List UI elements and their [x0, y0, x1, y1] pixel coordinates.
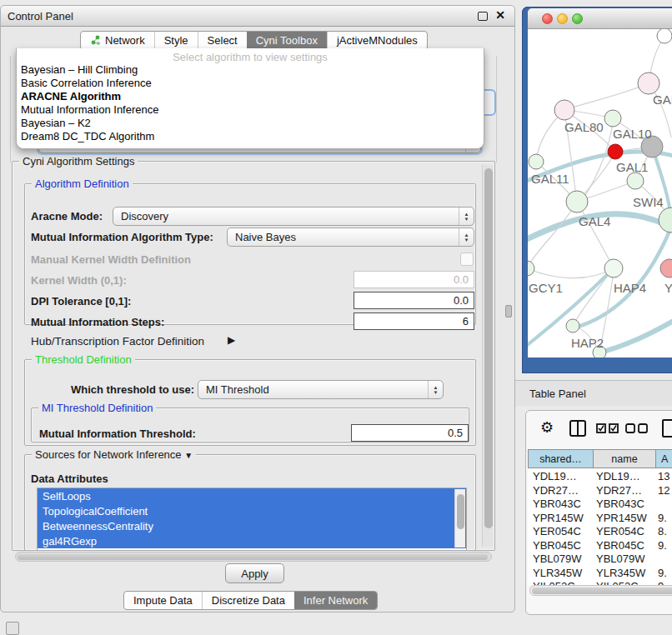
- dropdown-item-bayesian-hill-climbing[interactable]: Bayesian – Hill Climbing: [21, 63, 138, 76]
- deselect-all-icon[interactable]: [625, 423, 649, 434]
- screen: Control Panel ✕ Network Style Select Cyn…: [0, 0, 672, 635]
- gear-icon[interactable]: ⚙: [540, 418, 554, 436]
- dropdown-item-mutual-information[interactable]: Mutual Information Inference: [21, 103, 158, 116]
- network-canvas[interactable]: GAL GAL80 GAL10 GAL1 GAL11 SWI4 GAL4 GCY…: [528, 29, 672, 358]
- node-large-green-cut[interactable]: [659, 208, 672, 232]
- kernel-width-field[interactable]: 0.0: [354, 271, 474, 288]
- kernel-width-label: Kernel Width (0,1):: [31, 274, 127, 287]
- threshold-definition-title: Threshold Definition: [32, 353, 135, 366]
- apply-button[interactable]: Apply: [225, 563, 284, 583]
- table-horizontal-scrollbar[interactable]: [529, 585, 672, 596]
- table-row[interactable]: YBL079WYBL079W: [528, 552, 672, 567]
- settings-hscroll-thumb[interactable]: [18, 554, 488, 561]
- node-gal80[interactable]: [554, 100, 574, 120]
- label-gal4: GAL4: [579, 214, 610, 228]
- mi-steps-label: Mutual Information Steps:: [31, 316, 164, 328]
- mi-type-combo[interactable]: Naive Bayes ▲▼: [227, 228, 474, 247]
- cyni-bottom-tabbar: Impute Data Discretize Data Infer Networ…: [123, 591, 378, 610]
- which-threshold-combo[interactable]: MI Threshold ▲▼: [198, 380, 444, 399]
- tab-jactivemnodules-label: jActiveMNodules: [337, 34, 418, 47]
- node-gcy1[interactable]: [528, 261, 534, 276]
- list-item-topologicalcoefficient[interactable]: TopologicalCoefficient: [38, 503, 466, 518]
- dropdown-item-dream8[interactable]: Dream8 DC_TDC Algorithm: [21, 130, 154, 142]
- dropdown-item-basic-correlation[interactable]: Basic Correlation Inference: [21, 77, 152, 89]
- close-window-icon[interactable]: ✕: [495, 8, 505, 22]
- node-hap2[interactable]: [566, 319, 579, 332]
- mi-threshold-definition-title: MI Threshold Definition: [38, 402, 156, 414]
- dropdown-item-aracne[interactable]: ARACNE Algorithm: [21, 90, 121, 102]
- node-gal10[interactable]: [604, 110, 621, 127]
- column-header-name[interactable]: name: [593, 449, 656, 468]
- tab-network[interactable]: Network: [81, 32, 154, 49]
- dpi-tolerance-field[interactable]: 0.0: [354, 292, 474, 309]
- attributes-list-scrollbar[interactable]: [454, 489, 465, 548]
- dropdown-item-bayesian-k2[interactable]: Bayesian – K2: [21, 117, 91, 129]
- table-body: YDL19…YDL19…13 YDR27…YDR27…12 YBR043CYBR…: [528, 468, 672, 585]
- columns-icon[interactable]: [569, 420, 586, 437]
- sources-group-title[interactable]: Sources for Network Inference ▼: [32, 448, 196, 461]
- control-panel-window: Control Panel ✕ Network Style Select Cyn…: [0, 5, 515, 612]
- network-window-titlebar[interactable]: [528, 8, 672, 29]
- data-attributes-label: Data Attributes: [31, 472, 108, 485]
- manual-kernel-checkbox[interactable]: [460, 252, 474, 266]
- table-row[interactable]: YDR27…YDR27…12: [528, 484, 672, 498]
- network-view-window: GAL GAL80 GAL10 GAL1 GAL11 SWI4 GAL4 GCY…: [522, 7, 672, 373]
- table-mode-icon[interactable]: [662, 419, 672, 438]
- mac-close-button[interactable]: [542, 13, 553, 24]
- mac-minimize-button[interactable]: [557, 13, 568, 24]
- tab-cyni-toolbox[interactable]: Cyni Toolbox: [247, 32, 327, 49]
- mi-type-label: Mutual Information Algorithm Type:: [31, 231, 213, 243]
- float-window-icon[interactable]: [478, 12, 488, 21]
- aracne-mode-combo[interactable]: Discovery ▲▼: [113, 207, 474, 226]
- table-row[interactable]: YBR043CYBR043C: [528, 498, 672, 512]
- node-swi4[interactable]: [627, 172, 644, 189]
- table-row[interactable]: YLR345WYLR345W9.: [528, 567, 672, 581]
- column-header-shared-name[interactable]: shared…: [528, 449, 594, 468]
- table-row[interactable]: YBR045CYBR045C9.: [528, 539, 672, 553]
- control-panel-titlebar[interactable]: Control Panel ✕: [1, 6, 514, 27]
- settings-scroll-thumb[interactable]: [484, 168, 493, 528]
- node-salmon-y[interactable]: [660, 259, 672, 278]
- tab-select[interactable]: Select: [198, 32, 247, 49]
- hub-definition-expander-label[interactable]: Hub/Transcription Factor Definition: [31, 335, 204, 348]
- column-header-cut[interactable]: A: [655, 449, 672, 468]
- node-unlabeled[interactable]: [657, 29, 672, 43]
- mi-threshold-field[interactable]: 0.5: [351, 424, 469, 442]
- label-gcy1: GCY1: [529, 281, 563, 295]
- select-all-checks-icon[interactable]: [596, 423, 619, 434]
- tab-infer-network[interactable]: Infer Network: [294, 592, 377, 609]
- manual-kernel-label: Manual Kernel Width Definition: [31, 253, 191, 266]
- list-item-selfloops[interactable]: SelfLoops: [38, 488, 466, 503]
- expander-down-arrow-icon[interactable]: ▼: [184, 451, 193, 460]
- expander-right-arrow-icon[interactable]: ▶: [228, 334, 235, 346]
- list-item-betweennesscentrality[interactable]: BetweennessCentrality: [38, 518, 466, 533]
- label-hap4: HAP4: [614, 281, 646, 295]
- mi-steps-field[interactable]: 6: [354, 312, 474, 330]
- node-gal1-red[interactable]: [608, 144, 623, 159]
- table-row[interactable]: YER054CYER054C8.: [528, 525, 672, 539]
- mac-zoom-button[interactable]: [572, 13, 583, 24]
- mi-type-value: Naive Bayes: [235, 231, 296, 243]
- panel-splitter-grip[interactable]: [505, 305, 512, 318]
- collapsed-panel-icon[interactable]: [6, 622, 19, 635]
- node-gal-cut[interactable]: [638, 72, 659, 94]
- tab-style[interactable]: Style: [154, 32, 198, 49]
- tab-discretize-data[interactable]: Discretize Data: [202, 592, 294, 609]
- node-hap4[interactable]: [604, 259, 623, 278]
- table-row[interactable]: YDL19…YDL19…13: [528, 470, 672, 484]
- algorithm-dropdown-prompt: Select algorithm to view settings: [17, 51, 484, 63]
- attributes-list-scroll-thumb[interactable]: [457, 494, 464, 529]
- group-border-remnant: [496, 56, 497, 162]
- list-item-gal4rgexp[interactable]: gal4RGexp: [38, 533, 466, 548]
- node-gal4[interactable]: [566, 191, 588, 212]
- aracne-mode-value: Discovery: [121, 210, 168, 222]
- node-gal11[interactable]: [529, 154, 544, 169]
- settings-vertical-scrollbar[interactable]: [482, 165, 494, 547]
- tab-discretize-data-label: Discretize Data: [212, 594, 285, 607]
- tab-jactivemnodules[interactable]: jActiveMNodules: [327, 32, 427, 49]
- table-hscroll-thumb[interactable]: [532, 588, 672, 594]
- table-row[interactable]: YPR145WYPR145W9.: [528, 512, 672, 526]
- settings-horizontal-scrollbar[interactable]: [15, 552, 492, 562]
- control-panel-tabbar: Network Style Select Cyni Toolbox jActiv…: [80, 31, 428, 50]
- tab-impute-data[interactable]: Impute Data: [124, 592, 202, 609]
